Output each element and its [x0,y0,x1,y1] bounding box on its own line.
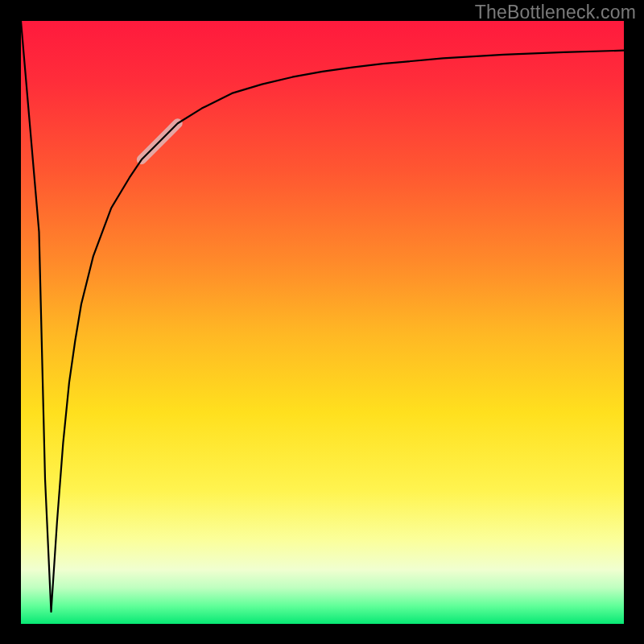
watermark-text: TheBottleneck.com [475,2,636,23]
plot-area [21,21,624,624]
chart-frame: TheBottleneck.com [0,0,644,644]
bottleneck-curve [21,21,624,612]
curve-svg [21,21,624,624]
